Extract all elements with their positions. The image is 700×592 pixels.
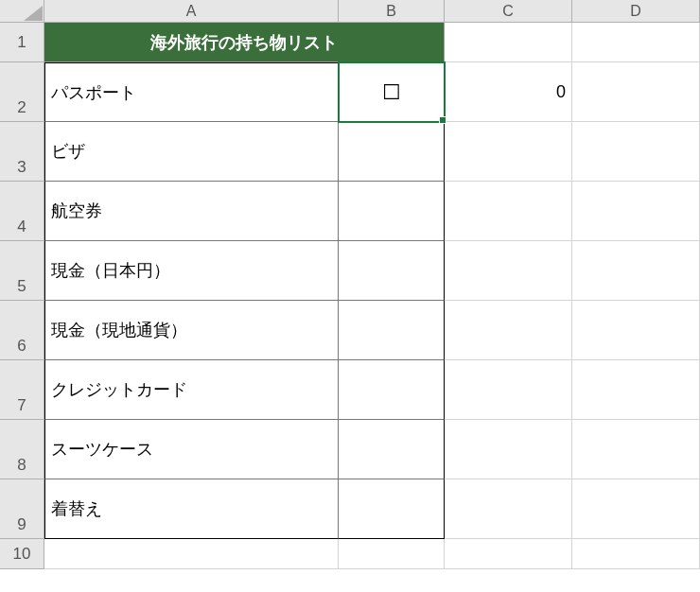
cell-B9[interactable] bbox=[339, 479, 445, 539]
cell-C2[interactable]: 0 bbox=[445, 62, 572, 122]
row-header-2[interactable]: 2 bbox=[0, 62, 44, 122]
checkbox-symbol: ☐ bbox=[382, 82, 401, 103]
cell-C4[interactable] bbox=[445, 182, 572, 241]
cell-D2[interactable] bbox=[572, 62, 700, 122]
col-header-C[interactable]: C bbox=[445, 0, 572, 23]
cell-C6[interactable] bbox=[445, 301, 572, 360]
item-label: 現金（日本円） bbox=[51, 259, 170, 282]
cell-D8[interactable] bbox=[572, 420, 700, 479]
item-label: クレジットカード bbox=[51, 378, 187, 401]
row-header-10[interactable]: 10 bbox=[0, 539, 44, 569]
item-label: スーツケース bbox=[51, 438, 153, 461]
cell-A10[interactable] bbox=[44, 539, 339, 569]
row-header-5[interactable]: 5 bbox=[0, 241, 44, 301]
row-header-1[interactable]: 1 bbox=[0, 23, 44, 62]
cell-B4[interactable] bbox=[339, 182, 445, 241]
item-label: ビザ bbox=[51, 140, 85, 163]
cell-A9[interactable]: 着替え bbox=[44, 479, 339, 539]
select-all-corner[interactable] bbox=[0, 0, 44, 23]
cell-D7[interactable] bbox=[572, 360, 700, 420]
row-header-8[interactable]: 8 bbox=[0, 420, 44, 479]
col-header-B[interactable]: B bbox=[339, 0, 445, 23]
cell-C3[interactable] bbox=[445, 122, 572, 182]
cell-D6[interactable] bbox=[572, 301, 700, 360]
cell-B6[interactable] bbox=[339, 301, 445, 360]
cell-B10[interactable] bbox=[339, 539, 445, 569]
cell-A2[interactable]: パスポート bbox=[44, 62, 339, 122]
row-header-9[interactable]: 9 bbox=[0, 479, 44, 539]
cell-D9[interactable] bbox=[572, 479, 700, 539]
cell-B8[interactable] bbox=[339, 420, 445, 479]
cell-A6[interactable]: 現金（現地通貨） bbox=[44, 301, 339, 360]
cell-C8[interactable] bbox=[445, 420, 572, 479]
cell-C1[interactable] bbox=[445, 23, 572, 62]
row-header-6[interactable]: 6 bbox=[0, 301, 44, 360]
cell-A5[interactable]: 現金（日本円） bbox=[44, 241, 339, 301]
item-label: 航空券 bbox=[51, 200, 102, 222]
row-header-3[interactable]: 3 bbox=[0, 122, 44, 182]
row-header-7[interactable]: 7 bbox=[0, 360, 44, 420]
item-label: 現金（現地通貨） bbox=[51, 319, 187, 341]
cell-A7[interactable]: クレジットカード bbox=[44, 360, 339, 420]
cell-A3[interactable]: ビザ bbox=[44, 122, 339, 182]
cell-B5[interactable] bbox=[339, 241, 445, 301]
col-header-A[interactable]: A bbox=[44, 0, 339, 23]
cell-C7[interactable] bbox=[445, 360, 572, 420]
item-label: 着替え bbox=[51, 497, 102, 520]
title-text: 海外旅行の持ち物リスト bbox=[150, 31, 338, 54]
cell-B2[interactable]: ☐ bbox=[339, 62, 445, 122]
cell-A4[interactable]: 航空券 bbox=[44, 182, 339, 241]
cell-D10[interactable] bbox=[572, 539, 700, 569]
cell-D3[interactable] bbox=[572, 122, 700, 182]
cell-D5[interactable] bbox=[572, 241, 700, 301]
item-label: パスポート bbox=[51, 81, 136, 104]
cell-C9[interactable] bbox=[445, 479, 572, 539]
spreadsheet-grid: A B C D 1 海外旅行の持ち物リスト 2 パスポート ☐ 0 3 ビザ 4… bbox=[0, 0, 700, 569]
cell-D4[interactable] bbox=[572, 182, 700, 241]
col-header-D[interactable]: D bbox=[572, 0, 700, 23]
row-header-4[interactable]: 4 bbox=[0, 182, 44, 241]
cell-B7[interactable] bbox=[339, 360, 445, 420]
cell-A8[interactable]: スーツケース bbox=[44, 420, 339, 479]
cell-C5[interactable] bbox=[445, 241, 572, 301]
cell-C10[interactable] bbox=[445, 539, 572, 569]
cell-B3[interactable] bbox=[339, 122, 445, 182]
c2-value: 0 bbox=[556, 82, 566, 102]
title-cell[interactable]: 海外旅行の持ち物リスト bbox=[44, 23, 445, 62]
cell-D1[interactable] bbox=[572, 23, 700, 62]
